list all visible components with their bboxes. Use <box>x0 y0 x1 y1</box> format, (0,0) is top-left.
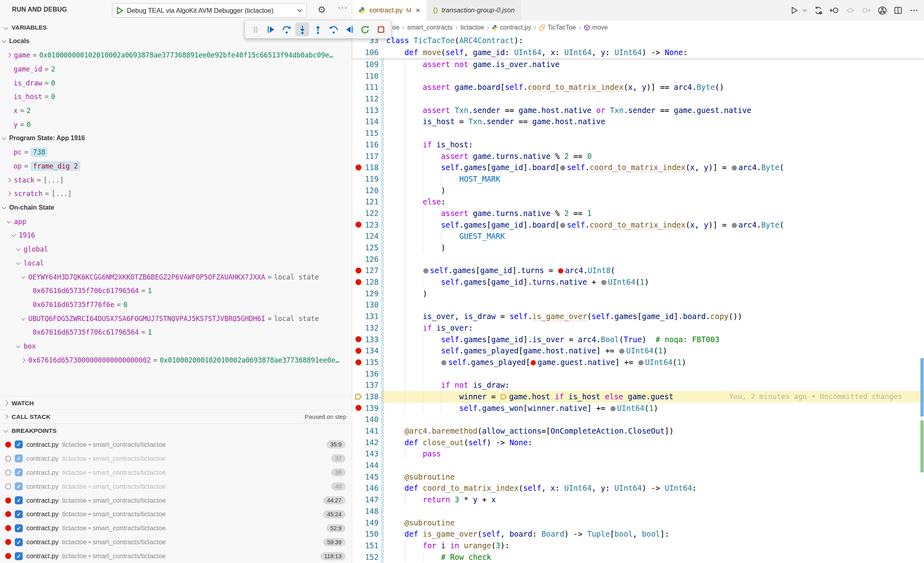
breakpoint-gutter[interactable] <box>352 299 364 311</box>
line-number[interactable]: 120 <box>364 185 379 196</box>
code-line[interactable]: 117 assert game.turns.native % 2 == 0 <box>352 151 924 162</box>
line-number[interactable]: 118 <box>364 162 379 173</box>
code-line[interactable]: 152 # Row check <box>352 551 924 563</box>
chevron-down-icon[interactable] <box>6 219 11 223</box>
breakpoints-section-header[interactable]: BREAKPOINTS <box>0 423 352 438</box>
code-text[interactable]: else: <box>384 196 924 208</box>
breakpoint-gutter[interactable] <box>352 460 364 471</box>
watch-section-header[interactable]: WATCH <box>0 396 352 410</box>
tab-contract-py[interactable]: contract.py M × <box>352 0 426 21</box>
code-text[interactable]: self.games[game_id].turns.native + UInt6… <box>384 276 924 288</box>
line-number[interactable]: 138 <box>364 391 379 402</box>
variable-row[interactable]: stack=[...] <box>0 173 352 187</box>
breakpoint-gutter[interactable] <box>352 311 364 322</box>
breakpoint-gutter[interactable] <box>352 437 364 448</box>
inline-breakpoint-candidate-icon[interactable] <box>732 165 737 170</box>
breakpoint-gutter[interactable] <box>352 345 364 357</box>
call-stack-section-header[interactable]: CALL STACK Paused on step <box>0 410 352 423</box>
code-text[interactable]: @subroutine <box>384 517 924 529</box>
breakpoint-gutter[interactable] <box>352 265 364 276</box>
code-text[interactable] <box>384 127 924 139</box>
code-text[interactable] <box>384 368 924 380</box>
breakpoint-enabled-checkbox[interactable]: ✓ <box>15 538 23 546</box>
source-control-graph-icon[interactable] <box>877 5 887 16</box>
start-debug-icon[interactable] <box>116 7 123 14</box>
code-line[interactable]: 139 self.games_won[winner.native] += UIn… <box>352 402 924 414</box>
breakpoint-gutter[interactable] <box>352 357 364 368</box>
breadcrumb-smart-contracts[interactable]: smart_contracts <box>407 24 452 31</box>
code-line[interactable]: 118 self.games[game_id].board[self.coord… <box>352 162 924 173</box>
inline-breakpoint-candidate-icon[interactable] <box>441 360 446 365</box>
line-number[interactable]: 136 <box>364 368 379 380</box>
variable-row[interactable]: pc=738 <box>0 145 352 159</box>
code-line[interactable]: 33class TicTacToe(ARC4Contract): <box>352 34 924 46</box>
breakpoint-gutter[interactable] <box>352 334 364 345</box>
code-line[interactable]: 124 GUEST_MARK <box>352 230 924 242</box>
breakpoint-gutter[interactable] <box>352 196 364 208</box>
reverse-continue-button[interactable] <box>342 22 356 36</box>
breakpoint-gutter[interactable] <box>352 471 364 483</box>
line-number[interactable]: 122 <box>364 208 379 219</box>
code-text[interactable]: self.games_played[game.guest.native] += … <box>384 357 924 368</box>
breadcrumb-class-tictactoe[interactable]: TicTacToe <box>539 24 576 31</box>
line-number[interactable]: 139 <box>364 402 379 414</box>
breakpoint-gutter[interactable] <box>352 288 364 299</box>
chevron-down-icon[interactable] <box>21 274 25 279</box>
code-text[interactable]: winner = game.host if is_host else game.… <box>384 391 924 402</box>
breakpoint-gutter[interactable] <box>352 242 364 254</box>
code-text[interactable]: for i in urange(3): <box>384 540 924 551</box>
code-text[interactable]: if is_host: <box>384 139 924 151</box>
code-text[interactable]: @subroutine <box>384 471 924 483</box>
breakpoint-gutter[interactable] <box>352 494 364 506</box>
breakpoint-gutter[interactable] <box>352 551 364 563</box>
breakpoint-gutter[interactable] <box>352 139 364 151</box>
breakpoint-gutter[interactable] <box>352 540 364 551</box>
code-text[interactable]: if is_over: <box>384 322 924 334</box>
breakpoint-enabled-checkbox[interactable]: ✓ <box>15 468 23 476</box>
code-text[interactable]: assert game.turns.native % 2 == 1 <box>384 208 924 219</box>
line-number[interactable]: 131 <box>364 311 379 322</box>
code-line[interactable]: 135 self.games_played[game.guest.native]… <box>352 357 924 368</box>
chevron-down-icon[interactable] <box>16 343 20 348</box>
variable-row[interactable]: box <box>0 339 352 353</box>
code-line[interactable]: 148 <box>352 506 924 517</box>
breakpoint-gutter[interactable] <box>352 173 364 185</box>
breakpoint-gutter[interactable] <box>352 402 364 414</box>
code-line[interactable]: 113 assert Txn.sender == game.host.nativ… <box>352 105 924 116</box>
code-line[interactable]: 112 <box>352 93 924 105</box>
code-line[interactable]: 123 self.games[game_id].board[self.coord… <box>352 219 924 231</box>
code-text[interactable]: self.games[game_id].turns = arc4.UInt8( <box>384 265 924 276</box>
code-line[interactable]: 106 def move(self, game_id: UInt64, x: U… <box>352 46 924 58</box>
code-text[interactable]: pass <box>384 448 924 460</box>
line-number[interactable]: 112 <box>364 93 379 105</box>
code-text[interactable]: GUEST_MARK <box>384 230 924 242</box>
line-number[interactable]: 126 <box>364 254 379 265</box>
code-text[interactable]: class TicTacToe(ARC4Contract): <box>384 34 924 46</box>
variable-row[interactable]: app <box>0 214 352 228</box>
code-line[interactable]: 115 <box>352 127 924 139</box>
breakpoint-enabled-checkbox[interactable]: ✓ <box>15 524 23 532</box>
code-line[interactable]: 120 ) <box>352 185 924 196</box>
code-line[interactable]: 119 HOST_MARK <box>352 173 924 185</box>
code-line[interactable]: 141 @arc4.baremethod(allow_actions=[OnCo… <box>352 425 924 437</box>
more-actions-icon[interactable] <box>909 5 919 16</box>
inline-breakpoint-icon[interactable] <box>531 360 536 365</box>
breakpoint-gutter[interactable] <box>352 230 364 242</box>
code-text[interactable]: @arc4.baremethod(allow_actions=[OnComple… <box>384 425 924 437</box>
inline-breakpoint-candidate-icon[interactable] <box>619 349 624 354</box>
chevron-down-icon[interactable] <box>11 232 16 237</box>
line-number[interactable]: 135 <box>364 357 379 368</box>
line-number[interactable]: 149 <box>364 517 379 529</box>
breakpoint-row[interactable]: ✓contract.pytictactoe • smart_contracts/… <box>0 452 352 466</box>
line-number[interactable]: 151 <box>364 540 379 551</box>
breakpoint-row[interactable]: ✓contract.pytictactoe • smart_contracts/… <box>0 480 352 494</box>
chevron-down-icon[interactable] <box>16 260 20 265</box>
breakpoint-gutter[interactable] <box>352 185 364 196</box>
step-back-button[interactable] <box>327 22 341 36</box>
code-line[interactable]: 128 self.games[game_id].turns.native + U… <box>352 276 924 288</box>
breakpoint-gutter[interactable] <box>352 127 364 139</box>
restart-button[interactable] <box>358 22 372 36</box>
line-number[interactable]: 113 <box>364 105 379 116</box>
code-text[interactable]: # Row check <box>384 551 924 563</box>
breakpoint-gutter[interactable] <box>352 151 364 162</box>
